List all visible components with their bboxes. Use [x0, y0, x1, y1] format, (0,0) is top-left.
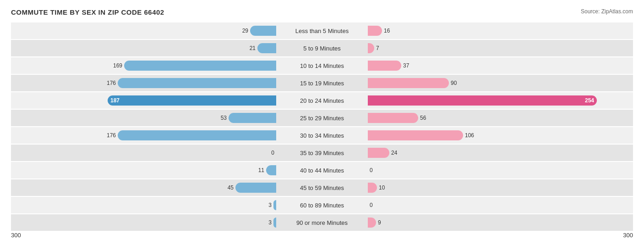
value-male: 3: [268, 202, 272, 208]
value-female-inside: 254: [585, 97, 594, 104]
bar-female: 10: [368, 183, 377, 193]
right-side-female: 56: [368, 110, 633, 126]
bar-male: 53: [229, 113, 276, 123]
value-male: 11: [258, 167, 264, 173]
right-side-female: 37: [368, 57, 633, 74]
right-side-female: 106: [368, 127, 633, 144]
bar-female: 9: [368, 218, 376, 228]
bar-row-inner: 29Less than 5 Minutes16: [11, 22, 633, 39]
left-side-male: 3: [11, 197, 276, 213]
row-label: 35 to 39 Minutes: [276, 150, 368, 156]
bar-row-inner: 16910 to 14 Minutes37: [11, 57, 633, 74]
bar-row: 215 to 9 Minutes7: [11, 40, 633, 56]
left-side-male: 3: [11, 214, 276, 231]
chart-title: COMMUTE TIME BY SEX IN ZIP CODE 66402: [11, 8, 633, 16]
bar-row-inner: 360 to 89 Minutes0: [11, 197, 633, 213]
value-male: 0: [271, 150, 274, 156]
row-label: 30 to 34 Minutes: [276, 132, 368, 139]
bar-row-inner: 035 to 39 Minutes24: [11, 145, 633, 161]
bar-row: 5325 to 29 Minutes56: [11, 110, 633, 126]
bar-male: 11: [266, 165, 276, 175]
source-label: Source: ZipAtlas.com: [581, 8, 633, 15]
left-side-male: 11: [11, 162, 276, 179]
row-label: 60 to 89 Minutes: [276, 202, 368, 209]
bar-row-inner: 390 or more Minutes9: [11, 214, 633, 231]
value-female: 56: [420, 115, 426, 121]
bar-row-inner: 5325 to 29 Minutes56: [11, 110, 633, 126]
row-label: 90 or more Minutes: [276, 219, 368, 226]
row-label: 15 to 19 Minutes: [276, 80, 368, 87]
row-label: 20 to 24 Minutes: [276, 97, 368, 104]
bar-male: 176: [118, 78, 276, 88]
right-side-female: 24: [368, 145, 633, 161]
bar-male: 21: [257, 43, 276, 53]
value-male: 53: [221, 115, 227, 121]
row-label: Less than 5 Minutes: [276, 28, 368, 34]
value-female: 16: [384, 28, 390, 34]
bar-row: 29Less than 5 Minutes16: [11, 22, 633, 39]
right-side-female: 254: [368, 92, 633, 109]
right-side-female: 9: [368, 214, 633, 231]
bar-female: 24: [368, 148, 389, 158]
right-side-female: 0: [368, 162, 633, 179]
value-male: 3: [268, 219, 272, 226]
bar-male: 187: [108, 95, 276, 106]
row-label: 45 to 59 Minutes: [276, 184, 368, 191]
axis-labels: 300 300: [11, 232, 633, 240]
left-side-male: 176: [11, 75, 276, 91]
bar-row-inner: 18720 to 24 Minutes254: [11, 92, 633, 109]
left-side-male: 187: [11, 92, 276, 109]
value-male: 29: [242, 28, 248, 34]
right-side-female: 90: [368, 75, 633, 91]
chart-rows-area: 29Less than 5 Minutes16215 to 9 Minutes7…: [11, 22, 633, 231]
right-side-female: 16: [368, 22, 633, 39]
bar-female: 37: [368, 61, 401, 71]
axis-label-right: 300: [623, 232, 633, 239]
value-male: 21: [250, 45, 256, 51]
chart-container: COMMUTE TIME BY SEX IN ZIP CODE 66402 So…: [0, 0, 644, 240]
value-female: 106: [465, 132, 474, 139]
bar-row: 16910 to 14 Minutes37: [11, 57, 633, 74]
bar-male: 29: [250, 26, 276, 36]
bar-female: 254: [368, 95, 597, 106]
axis-label-left: 300: [11, 232, 21, 239]
right-side-female: 0: [368, 197, 633, 213]
left-side-male: 29: [11, 22, 276, 39]
bar-row: 4545 to 59 Minutes10: [11, 179, 633, 196]
left-side-male: 21: [11, 40, 276, 56]
value-male: 176: [107, 80, 116, 86]
value-male: 169: [113, 62, 122, 69]
bar-female: 106: [368, 130, 463, 140]
value-female: 10: [379, 184, 385, 191]
value-female: 37: [403, 62, 409, 69]
value-male: 45: [228, 184, 234, 191]
left-side-male: 45: [11, 179, 276, 196]
bar-row-inner: 4545 to 59 Minutes10: [11, 179, 633, 196]
bar-row-inner: 17615 to 19 Minutes90: [11, 75, 633, 91]
left-side-male: 0: [11, 145, 276, 161]
value-male: 176: [107, 132, 116, 139]
value-male-inside: 187: [110, 97, 120, 104]
row-label: 40 to 44 Minutes: [276, 167, 368, 174]
bar-female: 7: [368, 43, 374, 53]
bar-row-inner: 1140 to 44 Minutes0: [11, 162, 633, 179]
row-label: 5 to 9 Minutes: [276, 45, 368, 52]
row-label: 10 to 14 Minutes: [276, 62, 368, 69]
right-side-female: 10: [368, 179, 633, 196]
value-female: 90: [451, 80, 457, 86]
bar-male: 45: [235, 183, 276, 193]
bar-male: 169: [124, 61, 276, 71]
value-female: 0: [370, 167, 373, 173]
value-female: 9: [378, 219, 381, 226]
bar-row: 1140 to 44 Minutes0: [11, 162, 633, 179]
row-label: 25 to 29 Minutes: [276, 115, 368, 122]
value-female: 0: [370, 202, 373, 208]
bar-male: 176: [118, 130, 276, 140]
bar-row: 360 to 89 Minutes0: [11, 197, 633, 213]
value-female: 7: [376, 45, 379, 51]
bar-female: 16: [368, 26, 382, 36]
bar-row: 17630 to 34 Minutes106: [11, 127, 633, 144]
left-side-male: 176: [11, 127, 276, 144]
right-side-female: 7: [368, 40, 633, 56]
bar-row: 390 or more Minutes9: [11, 214, 633, 231]
